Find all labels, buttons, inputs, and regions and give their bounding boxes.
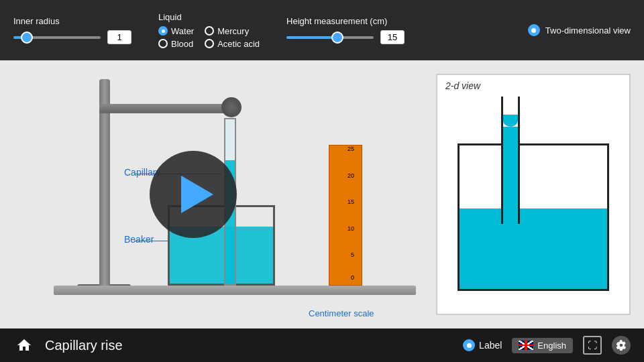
two-d-view-content [437,97,629,304]
two-d-beaker-top [458,143,609,145]
bottom-bar: Capillary rise Label English ⛶ [0,328,644,362]
height-value[interactable]: 15 [380,30,405,44]
height-measurement-control: Height measurement (cm) 15 [286,16,405,44]
water-label: Water [171,26,194,36]
two-d-cap-right-wall [518,97,520,224]
water-radio[interactable] [158,26,168,36]
play-triangle-icon [181,176,213,213]
lab-simulation: 25 20 15 10 5 0 Capillary Beaker Centime… [0,60,429,328]
bottom-right-controls: Label English ⛶ [463,336,631,355]
liquid-label: Liquid [158,12,260,22]
fullscreen-icon: ⛶ [588,340,597,351]
acetic-acid-label: Acetic acid [217,39,260,49]
two-d-cap-water [503,127,518,224]
acetic-acid-radio[interactable] [205,39,214,48]
inner-radius-slider-row: 1 [13,30,131,44]
beaker-annotation-line [134,241,168,241]
inner-radius-value[interactable]: 1 [107,30,131,44]
language-button[interactable]: English [512,338,573,353]
settings-button[interactable] [612,336,631,355]
ruler-mark-5: 5 [351,251,354,258]
ruler-mark-25: 25 [347,145,354,152]
mercury-radio[interactable] [205,26,214,36]
liquid-option-water[interactable]: Water [158,26,194,36]
mercury-label: Mercury [217,26,249,36]
uk-flag-icon [519,341,533,350]
language-text: English [537,341,566,351]
liquid-option-mercury[interactable]: Mercury [205,26,260,36]
ruler-mark-15: 15 [347,198,354,205]
centimeter-scale: 25 20 15 10 5 0 [329,145,362,286]
height-slider-row: 15 [286,30,405,44]
liquid-option-acetic-acid[interactable]: Acetic acid [205,39,260,49]
home-icon [16,337,32,353]
inner-radius-slider[interactable] [13,36,101,39]
two-d-toggle[interactable]: Two-dimensional view [528,24,631,36]
liquid-control: Liquid Water Mercury Blood Acetic acid [158,12,260,49]
two-d-beaker-water [460,208,607,289]
ruler-mark-10: 10 [347,225,354,232]
ruler-mark-0: 0 [351,274,354,281]
inner-radius-control: Inner radius 1 [13,16,131,44]
stand-arm [99,104,233,113]
shelf [54,286,416,295]
two-d-toggle-circle[interactable] [528,24,540,36]
two-d-view-panel: 2-d view [436,74,631,315]
two-d-toggle-label: Two-dimensional view [545,25,631,36]
settings-gear-icon [616,340,627,351]
height-measurement-label: Height measurement (cm) [286,16,405,26]
ruler-markings: 25 20 15 10 5 0 [333,149,358,282]
liquid-option-blood[interactable]: Blood [158,39,194,49]
main-simulation-area: 25 20 15 10 5 0 Capillary Beaker Centime… [0,60,644,328]
label-toggle[interactable]: Label [463,339,502,351]
home-button[interactable] [13,335,35,356]
app-title: Capillary rise [45,338,453,353]
liquid-radio-group: Water Mercury Blood Acetic acid [158,26,260,49]
height-slider[interactable] [286,36,374,39]
clamp [221,97,241,117]
play-button[interactable] [150,151,237,238]
blood-radio[interactable] [158,39,168,48]
fullscreen-button[interactable]: ⛶ [583,336,602,355]
ruler-mark-20: 20 [347,172,354,179]
scale-annotation-label: Centimeter scale [309,308,374,318]
two-d-view-title: 2-d view [437,75,629,97]
two-d-beaker [458,143,609,291]
inner-radius-label: Inner radius [13,16,131,26]
two-d-meniscus [503,115,518,127]
blood-label: Blood [171,39,193,49]
label-dot-icon[interactable] [463,339,475,351]
label-toggle-text: Label [479,340,502,351]
beaker-annotation-label: Beaker [124,234,154,245]
top-controls-bar: Inner radius 1 Liquid Water Mercury Bloo… [0,0,644,60]
